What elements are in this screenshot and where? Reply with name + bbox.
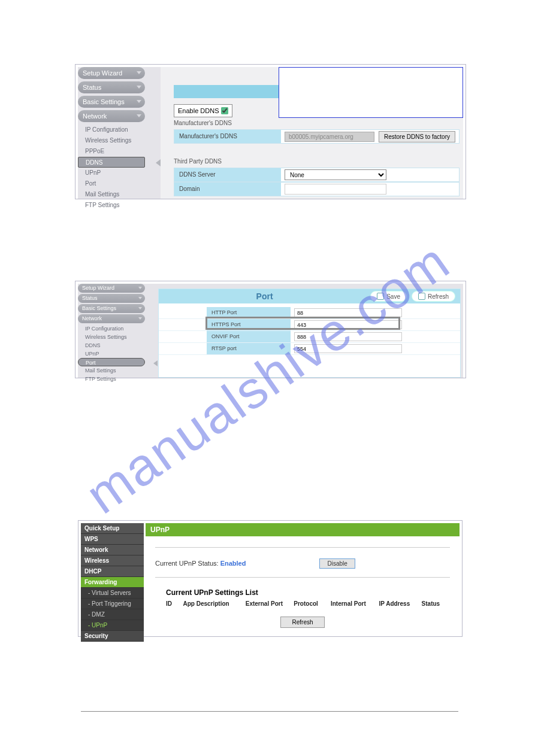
nav-ip-config[interactable]: IP Configuration — [78, 324, 145, 333]
selection-arrow-icon — [153, 360, 158, 366]
disable-button[interactable]: Disable — [319, 558, 355, 569]
enable-ddns-group: Enable DDNS — [174, 104, 232, 117]
selection-arrow-icon — [156, 159, 161, 166]
nav-virtual-servers[interactable]: - Virtual Servers — [81, 588, 144, 599]
chevron-down-icon — [137, 100, 141, 103]
domain-label: Domain — [174, 183, 281, 196]
section-third-party: Third Party DDNS — [174, 158, 222, 165]
page-title-port: Port — [159, 292, 370, 301]
refresh-icon — [418, 293, 425, 300]
https-port-input[interactable] — [294, 320, 402, 329]
nav-label: Network — [82, 315, 102, 321]
nav-network[interactable]: Network — [78, 314, 145, 323]
nav-dhcp[interactable]: DHCP — [81, 566, 144, 577]
callout-box — [279, 67, 463, 118]
restore-ddns-button[interactable]: Restore DDNS to factory — [379, 131, 455, 142]
upnp-list-title: Current UPnP Settings List — [166, 588, 450, 597]
col-status: Status — [422, 600, 450, 607]
col-app: App Description — [183, 600, 245, 607]
chevron-down-icon — [138, 287, 142, 289]
nav-pppoe[interactable]: PPPoE — [78, 146, 145, 157]
rtsp-port-input[interactable] — [294, 344, 402, 353]
chevron-down-icon — [138, 317, 142, 320]
divider — [155, 577, 450, 578]
row-rtsp-port: RTSP port — [159, 343, 460, 355]
mfg-ddns-label: Manufacturer's DDNS — [174, 130, 281, 143]
enable-ddns-checkbox[interactable] — [221, 107, 228, 114]
nav-status[interactable]: Status — [78, 294, 145, 303]
nav-label: Basic Settings — [82, 305, 116, 311]
nav-label: Basic Settings — [83, 98, 125, 105]
nav-setup-wizard[interactable]: Setup Wizard — [78, 284, 145, 293]
nav-label: Network — [83, 113, 107, 120]
nav-ddns[interactable]: DDNS — [78, 341, 145, 350]
nav-status[interactable]: Status — [78, 81, 145, 93]
nav-mail[interactable]: Mail Settings — [78, 366, 145, 375]
save-button[interactable]: Save — [370, 291, 407, 302]
section-mfg-ddns: Manufacturer's DDNS — [174, 120, 232, 126]
chevron-down-icon — [137, 114, 141, 117]
nav-label: Setup Wizard — [83, 69, 122, 77]
nav-label: Status — [82, 295, 98, 301]
col-ip: IP Address — [379, 600, 422, 607]
save-icon — [377, 293, 384, 300]
router-sidebar: Quick Setup WPS Network Wireless DHCP Fo… — [81, 523, 144, 634]
nav-network[interactable]: Network — [81, 545, 144, 555]
rtsp-port-label: RTSP port — [207, 343, 291, 354]
nav-wireless[interactable]: Wireless — [81, 555, 144, 566]
nav-quick-setup[interactable]: Quick Setup — [81, 523, 144, 534]
refresh-button[interactable]: Refresh — [412, 291, 455, 302]
https-port-label: HTTPS Port — [207, 319, 291, 330]
http-port-label: HTTP Port — [207, 307, 291, 318]
page-title-upnp: UPnP — [146, 523, 460, 536]
nav-ip-config[interactable]: IP Configuration — [78, 125, 145, 135]
nav-port-triggering[interactable]: - Port Triggering — [81, 599, 144, 609]
nav-label: Status — [83, 84, 101, 91]
domain-input[interactable] — [285, 184, 386, 195]
nav-port[interactable]: Port — [78, 178, 145, 189]
nav-upnp[interactable]: - UPnP — [81, 620, 144, 631]
chevron-down-icon — [138, 307, 142, 309]
upnp-status-value: Enabled — [220, 560, 246, 567]
col-ext: External Port — [246, 600, 294, 607]
port-screenshot: Setup Wizard Status Basic Settings Netwo… — [75, 281, 466, 378]
nav-wps[interactable]: WPS — [81, 534, 144, 545]
nav-mail[interactable]: Mail Settings — [78, 189, 145, 200]
row-onvif-port: ONVIF Port — [159, 331, 460, 343]
http-port-input[interactable] — [294, 308, 402, 317]
nav-upnp[interactable]: UPnP — [78, 168, 145, 178]
row-http-port: HTTP Port — [159, 307, 460, 319]
nav-wireless[interactable]: Wireless Settings — [78, 135, 145, 146]
enable-ddns-label: Enable DDNS — [178, 107, 219, 114]
nav-basic-settings[interactable]: Basic Settings — [78, 96, 145, 108]
nav-ftp[interactable]: FTP Settings — [78, 200, 145, 211]
ddns-server-label: DDNS Server — [174, 168, 281, 181]
nav-basic-settings[interactable]: Basic Settings — [78, 304, 145, 313]
upnp-status-line: Current UPnP Status: Enabled Disable — [155, 558, 450, 569]
nav-dmz[interactable]: - DMZ — [81, 609, 144, 620]
nav-wireless[interactable]: Wireless Settings — [78, 333, 145, 341]
nav-forwarding[interactable]: Forwarding — [81, 577, 144, 588]
mfg-ddns-value: b00005.myipcamera.org — [285, 132, 374, 142]
save-label: Save — [386, 293, 400, 300]
col-internal: Internal Port — [331, 600, 379, 607]
nav-upnp[interactable]: UPnP — [78, 350, 145, 358]
nav-ftp[interactable]: FTP Settings — [78, 375, 145, 383]
divider — [155, 547, 450, 548]
nav-network[interactable]: Network — [78, 110, 145, 122]
chevron-down-icon — [138, 297, 142, 299]
onvif-port-label: ONVIF Port — [207, 331, 291, 342]
onvif-port-input[interactable] — [294, 332, 402, 341]
page-footer-rule — [81, 711, 458, 712]
chevron-down-icon — [137, 86, 141, 89]
router-upnp-screenshot: Quick Setup WPS Network Wireless DHCP Fo… — [78, 520, 463, 637]
header-bar — [174, 85, 279, 98]
nav-setup-wizard[interactable]: Setup Wizard — [78, 67, 145, 79]
ddns-server-select[interactable]: None — [285, 169, 386, 180]
chevron-down-icon — [137, 71, 141, 74]
upnp-status-label: Current UPnP Status: — [155, 560, 220, 567]
nav-ddns[interactable]: DDNS — [78, 157, 145, 168]
nav-security[interactable]: Security — [81, 631, 144, 642]
refresh-button[interactable]: Refresh — [280, 617, 324, 628]
nav-port[interactable]: Port — [78, 358, 145, 366]
